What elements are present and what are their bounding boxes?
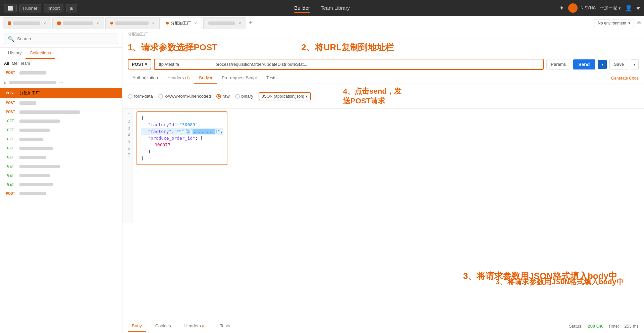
tab-1-close[interactable]: ✕ [43,21,46,25]
list-item-active[interactable]: POST 分配加工厂 [0,88,122,98]
more-icon[interactable]: ··· [59,80,63,86]
sidebar-toggle-button[interactable]: ⬜ [4,4,17,12]
profile-icon[interactable]: 👤 [625,4,632,12]
tab-authorization[interactable]: Authorization [128,73,163,84]
method-badge-get: GET [4,173,17,178]
tab-prerequest[interactable]: Pre-request Script [217,73,262,84]
filter-all[interactable]: All [4,61,9,66]
nav-tab-team-library[interactable]: Team Library [321,4,350,13]
item-label [19,147,53,150]
body-option-binary[interactable]: binary [235,94,253,99]
item-label [19,110,80,114]
json-type-select[interactable]: JSON (application/json) ▾ [259,92,311,100]
filter-me[interactable]: Me [12,61,17,66]
generate-code-link[interactable]: Generate Code [611,76,639,81]
list-item[interactable]: GET [0,171,122,180]
annotation-2: 2、将URL复制到地址栏 [301,42,394,53]
import-button[interactable]: Import [44,4,64,12]
heart-icon[interactable]: ♥ [636,5,640,12]
nav-tab-builder[interactable]: Builder [294,4,310,13]
runner-label: Runner [23,6,38,11]
list-item[interactable]: GET [0,144,122,153]
eye-icon[interactable]: 👁 [637,20,641,26]
tab-body[interactable]: Body [194,73,217,84]
tab-1-dot [8,21,11,25]
radio-raw [216,94,221,99]
list-item[interactable]: POST [0,98,122,107]
code-line-1: { [141,115,223,122]
response-status-area: Status: 200 OK Time: 253 ms [569,324,639,329]
time-value: 253 ms [624,324,639,329]
environment-selector: No environment ▾ 👁 [594,19,641,27]
env-dropdown-button[interactable]: No environment ▾ [594,19,634,27]
headers-count: (1) [185,76,190,80]
filter-team[interactable]: Team [20,61,30,66]
tab-add-button[interactable]: + [249,19,253,27]
resp-tab-tests[interactable]: Tests [216,321,234,332]
list-item[interactable]: GET [0,162,122,171]
resp-tab-body[interactable]: Body [128,321,146,332]
annotation-1: 1、请求参数选择POST [128,42,217,53]
list-item[interactable]: GET [0,180,122,189]
sidebar-tab-history[interactable]: History [4,48,25,59]
list-item[interactable]: GET [0,116,122,126]
item-label [19,192,46,195]
save-dropdown-button[interactable]: ▾ [631,59,639,69]
url-input[interactable] [155,59,543,69]
list-item[interactable]: GET [0,153,122,162]
method-badge-get: GET [4,164,17,169]
code-line-2: "factoryId": "30089", [141,122,223,128]
sidebar-tab-collections[interactable]: Collections [25,48,55,59]
body-option-form-data[interactable]: form-data [128,94,153,99]
body-dot [210,77,212,79]
item-label [9,81,56,84]
content-area: 分配加工厂 1、请求参数选择POST 2、将URL复制到地址栏 POST ▾ P… [122,30,644,333]
resp-tab-cookies[interactable]: Cookies [151,321,175,332]
send-dropdown-button[interactable]: ▾ [598,60,607,69]
tab-tests[interactable]: Tests [262,73,281,84]
body-option-raw[interactable]: raw [216,94,230,99]
tab-2[interactable]: ✕ [52,17,104,29]
params-button[interactable]: Params [546,59,570,69]
sidebar-icon: ⬜ [8,6,13,11]
chevron-right-icon: ▶ [4,81,7,85]
send-button[interactable]: Send [573,59,595,69]
resp-tab-headers[interactable]: Headers (6) [180,321,211,332]
list-item[interactable]: GET [0,135,122,144]
sidebar-list: POST ▶ ··· POST 分配加工厂 POST POST [0,68,122,333]
search-input[interactable] [17,36,114,41]
tab-5[interactable]: ✕ [203,17,246,29]
user-menu-button[interactable]: 一加一呢 ▾ [600,5,621,11]
list-item[interactable]: POST [0,107,122,116]
settings-icon[interactable]: ✦ [559,4,564,12]
breadcrumb-text: 分配加工厂 [128,32,148,37]
method-select[interactable]: POST ▾ [128,59,151,69]
status-label: Status: [569,324,582,329]
code-content[interactable]: { "factoryId": "30089", "factory": "生产部[… [132,109,644,223]
body-option-urlencoded[interactable]: x-www-form-urlencoded [158,94,211,99]
method-badge-get: GET [4,137,17,141]
tab-2-close[interactable]: ✕ [96,21,99,25]
code-editor[interactable]: 1234567 { "factoryId": "30089", "factory… [122,109,644,223]
tab-5-close[interactable]: ✕ [238,21,241,25]
tab-4-active[interactable]: 分配加工厂 ✕ [161,17,202,29]
list-item[interactable]: POST [0,189,122,198]
tab-4-close[interactable]: ✕ [194,21,197,25]
nav-center-tabs: Builder Team Library [294,4,350,13]
annotation-4: 4、点击send，发送POST请求 [343,87,401,106]
tab-headers[interactable]: Headers (1) [163,73,195,84]
json-body-box: { "factoryId": "30089", "factory": "生产部[… [137,111,227,165]
new-button[interactable]: ⊞ [66,4,77,12]
tab-3[interactable]: ✕ [105,17,160,29]
runner-button[interactable]: Runner [19,4,41,12]
list-item[interactable]: ▶ ··· [0,77,122,88]
list-item[interactable]: GET [0,126,122,135]
save-button[interactable]: Save [609,59,628,69]
list-item[interactable]: POST [0,68,122,77]
json-type-label: JSON (application/json) [262,94,304,99]
tab-3-close[interactable]: ✕ [152,21,155,25]
sidebar: 🔍 History Collections All Me Team POST ▶… [0,30,122,333]
tab-1[interactable]: ✕ [3,17,51,29]
tab-4-dot [166,22,169,25]
method-badge-post: POST [4,101,17,105]
